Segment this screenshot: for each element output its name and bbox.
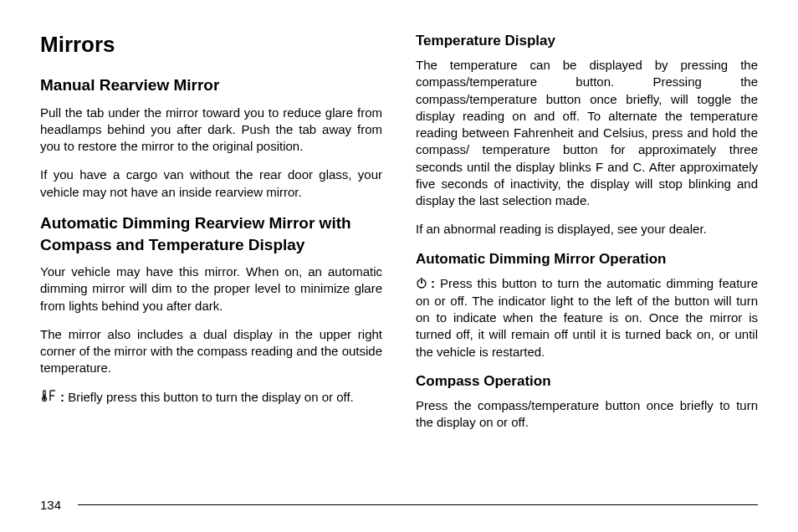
icon-instruction: : Briefly press this button to turn the …: [40, 389, 382, 407]
left-column: Mirrors Manual Rearview Mirror Pull the …: [40, 32, 382, 483]
heading-auto-dimming-operation: Automatic Dimming Mirror Operation: [416, 250, 758, 269]
body-text: The mirror also includes a dual display …: [40, 326, 382, 377]
page-number: 134: [40, 498, 61, 512]
heading-compass-operation: Compass Operation: [416, 372, 758, 391]
body-text: Pull the tab under the mirror toward you…: [40, 105, 382, 156]
body-text: Your vehicle may have this mirror. When …: [40, 263, 382, 315]
icon-instruction: : Press this button to turn the automati…: [416, 275, 758, 361]
heading-manual-rearview: Manual Rearview Mirror: [40, 74, 382, 96]
thermometer-icon: [40, 389, 59, 407]
body-text: If an abnormal reading is displayed, see…: [416, 221, 758, 238]
footer-rule: [78, 504, 758, 506]
section-title: Mirrors: [40, 32, 382, 58]
body-text: Press the compass/temperature button onc…: [416, 397, 758, 432]
heading-auto-dimming: Automatic Dimming Rearview Mirror with C…: [40, 212, 382, 255]
power-icon: [416, 276, 427, 293]
icon-instruction-text: Press this button to turn the automatic …: [416, 276, 758, 359]
icon-instruction-text: Briefly press this button to turn the di…: [68, 390, 354, 404]
body-text: The temperature can be displayed by pres…: [416, 57, 758, 209]
page-footer: 134: [40, 498, 758, 512]
heading-temperature-display: Temperature Display: [416, 32, 758, 50]
page-columns: Mirrors Manual Rearview Mirror Pull the …: [40, 32, 758, 483]
right-column: Temperature Display The temperature can …: [416, 32, 758, 483]
body-text: If you have a cargo van without the rear…: [40, 166, 382, 201]
